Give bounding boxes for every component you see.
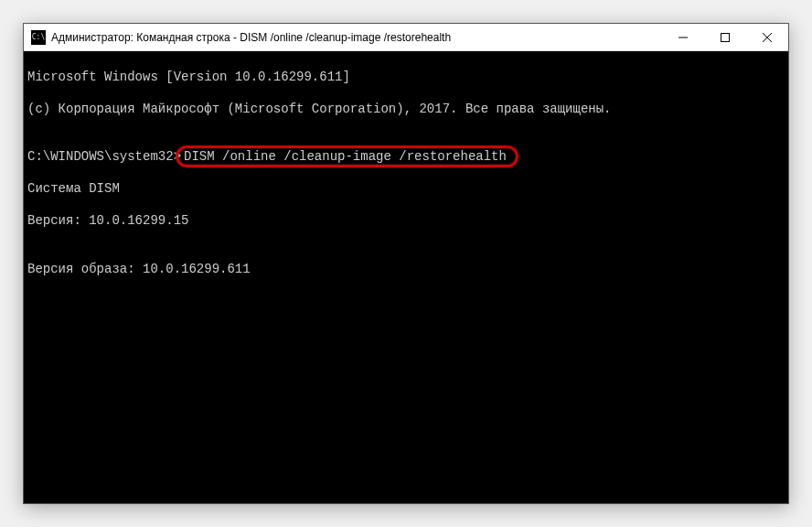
maximize-button[interactable]: [704, 24, 746, 50]
console-output: Microsoft Windows [Version 10.0.16299.61…: [27, 70, 785, 86]
prompt-path: C:\WINDOWS\system32>: [27, 149, 181, 166]
maximize-icon: [721, 33, 730, 42]
minimize-button[interactable]: [662, 24, 704, 50]
close-icon: [763, 33, 772, 42]
close-button[interactable]: [746, 24, 788, 50]
window-title: Администратор: Командная строка - DISM /…: [51, 31, 662, 44]
cmd-icon: C:\: [31, 30, 46, 45]
minimize-icon: [678, 33, 688, 42]
command-highlight: DISM /online /cleanup-image /restoreheal…: [181, 149, 518, 166]
titlebar[interactable]: C:\ Администратор: Командная строка - DI…: [24, 24, 788, 51]
console-area[interactable]: Microsoft Windows [Version 10.0.16299.61…: [24, 51, 788, 503]
prompt-line: C:\WINDOWS\system32>DISM /online /cleanu…: [27, 149, 518, 166]
console-output: Версия образа: 10.0.16299.611: [27, 262, 785, 278]
svg-rect-1: [721, 33, 730, 41]
highlighted-command: DISM /online /cleanup-image /restoreheal…: [176, 145, 518, 167]
console-output: Cистема DISM: [27, 181, 785, 198]
cmd-window: C:\ Администратор: Командная строка - DI…: [23, 23, 789, 504]
window-controls: [662, 24, 788, 50]
console-output: Версия: 10.0.16299.15: [27, 213, 785, 230]
console-output: (c) Корпорация Майкрософт (Microsoft Cor…: [27, 102, 785, 118]
